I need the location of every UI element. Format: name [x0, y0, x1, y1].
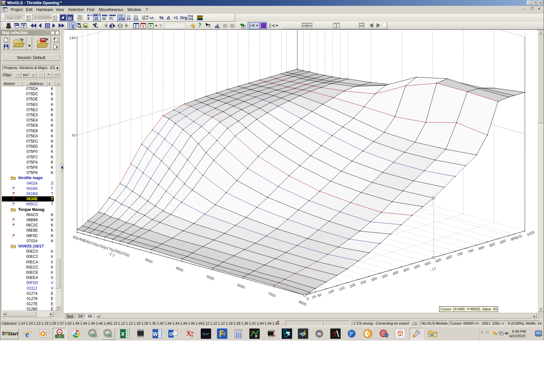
svg-text:F: F: [135, 24, 137, 29]
svg-text:B: B: [274, 334, 276, 337]
svg-text:70: 70: [71, 133, 75, 137]
svg-text:1: 1: [402, 335, 404, 338]
svg-text:Stan³: Stan³: [203, 332, 210, 336]
svg-text:IF: IF: [255, 335, 258, 338]
svg-text:X: X: [121, 331, 125, 337]
svg-text:X: X: [186, 329, 191, 337]
svg-text:140: 140: [69, 36, 75, 40]
svg-text:0: 0: [398, 335, 399, 338]
svg-text:MC: MC: [287, 333, 290, 335]
svg-text:7: 7: [333, 330, 337, 338]
svg-text:∞: ∞: [3, 1, 5, 4]
svg-text:F: F: [274, 330, 276, 333]
svg-text:∞: ∞: [58, 330, 61, 334]
svg-text:O: O: [169, 331, 173, 337]
svg-text:W: W: [153, 331, 158, 337]
svg-text:IOII..: IOII..: [110, 27, 114, 28]
svg-text:F: F: [243, 26, 244, 28]
svg-text:?: ?: [208, 23, 210, 28]
svg-text:P: P: [150, 24, 152, 29]
svg-text:e: e: [25, 329, 29, 339]
svg-text:B: B: [191, 331, 194, 334]
svg-text:E: E: [191, 334, 193, 338]
svg-text:V: V: [142, 24, 145, 29]
svg-text:tb: tb: [317, 331, 321, 336]
